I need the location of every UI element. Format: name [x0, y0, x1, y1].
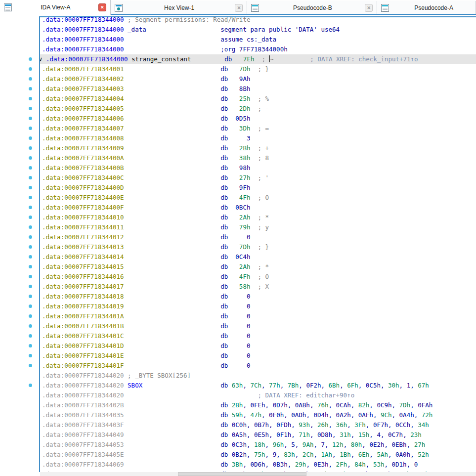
- listing-line[interactable]: .data:00007FF71834403Fdb 0C0h, 0B7h, 0FD…: [0, 420, 476, 430]
- listing-line[interactable]: .data:00007FF718344035db 59h, 47h, 0F0h,…: [0, 410, 476, 420]
- address-prefix: .data:00007FF718344002: [42, 74, 124, 84]
- listing-line[interactable]: .data:00007FF71834401Fdb 0: [0, 361, 476, 371]
- address-prefix: .data:00007FF71834401E: [42, 351, 124, 361]
- listing-line[interactable]: .data:00007FF71834401Ddb 0: [0, 341, 476, 351]
- address-prefix: .data:00007FF718344006: [42, 114, 124, 124]
- address-prefix: .data:00007FF718344011: [42, 222, 124, 232]
- listing-line[interactable]: .data:00007FF718344010db 2Ah ; *: [0, 213, 476, 222]
- listing-line[interactable]: .data:00007FF718344001db 7Dh ; }: [0, 64, 476, 74]
- listing-line[interactable]: .data:00007FF718344016db 4Fh ; O: [0, 272, 476, 282]
- address-prefix: .data:00007FF718344069: [42, 460, 124, 470]
- listing-line[interactable]: .data:00007FF71834402Bdb 2Bh, 0FEh, 0D7h…: [0, 400, 476, 410]
- listing-line[interactable]: .data:00007FF71834400Ddb 9Fh: [0, 183, 476, 193]
- listing-line[interactable]: .data:00007FF718344020SBOXdb 63h, 7Ch, 7…: [0, 381, 476, 390]
- listing-line[interactable]: .data:00007FF71834400Edb 4Fh ; O: [0, 193, 476, 203]
- listing-line[interactable]: .data:00007FF718344014db 0C4h: [0, 252, 476, 262]
- address-prefix: .data:00007FF718344007: [42, 124, 124, 133]
- view-border-top: [39, 16, 476, 17]
- disassembly-view[interactable]: .data:00007FF718344000; Segment permissi…: [0, 0, 476, 476]
- listing-line[interactable]: .data:00007FF71834401Bdb 0: [0, 321, 476, 331]
- listing-line[interactable]: .data:00007FF718344013db 7Dh ; }: [0, 242, 476, 252]
- listing-line[interactable]: .data:00007FF718344000;org 7FF718344000h: [0, 44, 476, 54]
- address-prefix: .data:00007FF718344008: [42, 133, 124, 143]
- listing-line[interactable]: .data:00007FF718344017db 58h ; X: [0, 282, 476, 292]
- address-prefix: .data:00007FF71834403F: [42, 420, 124, 430]
- address-prefix: .data:00007FF718344053: [42, 440, 124, 450]
- listing-line[interactable]: .data:00007FF71834401Cdb 0: [0, 331, 476, 341]
- listing-line[interactable]: .data:00007FF71834400Adb 38h ; 8: [0, 153, 476, 163]
- address-prefix: .data:00007FF718344001: [42, 64, 124, 74]
- address-prefix: .data:00007FF71834401A: [42, 311, 124, 321]
- listing-line[interactable]: .data:00007FF718344000assume cs:_data: [0, 35, 476, 44]
- listing-line[interactable]: .data:00007FF718344020; DATA XREF: editc…: [0, 390, 476, 400]
- address-prefix: .data:00007FF718344014: [42, 252, 124, 262]
- address-prefix: .data:00007FF718344010: [42, 213, 124, 222]
- listing-line[interactable]: .data:00007FF718344007db 3Dh ; =: [0, 124, 476, 133]
- address-prefix: .data:00007FF718344019: [42, 302, 124, 311]
- address-prefix: .data:00007FF71834401C: [42, 331, 124, 341]
- listing-line[interactable]: .data:00007FF718344019db 0: [0, 302, 476, 311]
- listing-line[interactable]: .data:00007FF71834401Edb 0: [0, 351, 476, 361]
- address-prefix: .data:00007FF71834401B: [42, 321, 124, 331]
- listing-line[interactable]: .data:00007FF71834400Bdb 98h: [0, 163, 476, 173]
- address-prefix: .data:00007FF718344000: [42, 35, 124, 44]
- address-prefix: .data:00007FF718344000: [42, 25, 124, 35]
- address-prefix: .data:00007FF71834400C: [42, 173, 124, 183]
- address-prefix: .data:00007FF718344000: [46, 54, 128, 64]
- listing-line[interactable]: .data:00007FF718344049db 0A5h, 0E5h, 0F1…: [0, 430, 476, 440]
- listing-line[interactable]: .data:00007FF718344020; _BYTE SBOX[256]: [0, 371, 476, 381]
- listing-line[interactable]: .data:00007FF71834401Adb 0: [0, 311, 476, 321]
- address-prefix: .data:00007FF718344049: [42, 430, 124, 440]
- address-prefix: .data:00007FF71834401D: [42, 341, 124, 351]
- address-prefix: .data:00007FF71834400F: [42, 203, 124, 213]
- address-prefix: .data:00007FF71834400E: [42, 193, 124, 203]
- address-prefix: .data:00007FF71834400D: [42, 183, 124, 193]
- listing-line[interactable]: .data:00007FF718344006db 0D5h: [0, 114, 476, 124]
- listing-line[interactable]: .data:00007FF718344000_datasegment para …: [0, 25, 476, 35]
- address-prefix: .data:00007FF718344018: [42, 292, 124, 302]
- view-border-left: [39, 16, 40, 472]
- address-prefix: .data:00007FF718344020: [42, 371, 124, 381]
- listing-line[interactable]: ∨.data:00007FF718344000strange_constantd…: [0, 54, 476, 64]
- address-prefix: .data:00007FF718344005: [42, 104, 124, 114]
- listing-line[interactable]: .data:00007FF71834400Fdb 0BCh: [0, 203, 476, 213]
- listing-line[interactable]: .data:00007FF718344005db 2Dh ; -: [0, 104, 476, 114]
- address-prefix: .data:00007FF71834400A: [42, 153, 124, 163]
- address-prefix: .data:00007FF718344016: [42, 272, 124, 282]
- address-prefix: .data:00007FF71834405E: [42, 450, 124, 460]
- listing-line[interactable]: .data:00007FF718344004db 25h ; %: [0, 94, 476, 104]
- listing-line[interactable]: .data:00007FF718344011db 79h ; y: [0, 222, 476, 232]
- listing-line[interactable]: .data:00007FF718344008db 3: [0, 133, 476, 143]
- listing-line[interactable]: .data:00007FF718344015db 2Ah ; *: [0, 262, 476, 272]
- address-prefix: .data:00007FF71834401F: [42, 361, 124, 371]
- listing-line[interactable]: .data:00007FF718344069db 3Bh, 0D6h, 0B3h…: [0, 460, 476, 470]
- listing-line[interactable]: .data:00007FF71834400Cdb 27h ; ': [0, 173, 476, 183]
- address-prefix: .data:00007FF718344017: [42, 282, 124, 292]
- address-prefix: .data:00007FF718344015: [42, 262, 124, 272]
- listing-line[interactable]: .data:00007FF71834405Edb 0B2h, 75h, 9, 8…: [0, 450, 476, 460]
- listing-line[interactable]: .data:00007FF718344002db 9Ah: [0, 74, 476, 84]
- address-prefix: .data:00007FF718344003: [42, 84, 124, 94]
- address-prefix: .data:00007FF718344000: [42, 44, 124, 54]
- listing-line[interactable]: .data:00007FF718344012db 0: [0, 232, 476, 242]
- address-prefix: .data:00007FF71834402B: [42, 400, 124, 410]
- address-prefix: .data:00007FF718344012: [42, 232, 124, 242]
- address-prefix: .data:00007FF71834400B: [42, 163, 124, 173]
- address-prefix: .data:00007FF718344035: [42, 410, 124, 420]
- listing-line[interactable]: .data:00007FF718344053db 0C3h, 18h, 96h,…: [0, 440, 476, 450]
- address-prefix: .data:00007FF718344020: [42, 381, 124, 390]
- address-prefix: .data:00007FF718344020: [42, 390, 124, 400]
- address-prefix: .data:00007FF718344004: [42, 94, 124, 104]
- listing-line[interactable]: .data:00007FF718344018db 0: [0, 292, 476, 302]
- listing-line[interactable]: .data:00007FF718344003db 8Bh: [0, 84, 476, 94]
- horizontal-scrollbar-thumb[interactable]: [178, 472, 306, 476]
- address-prefix: .data:00007FF718344009: [42, 143, 124, 153]
- address-prefix: .data:00007FF718344013: [42, 242, 124, 252]
- listing-line[interactable]: .data:00007FF718344009db 2Bh ; +: [0, 143, 476, 153]
